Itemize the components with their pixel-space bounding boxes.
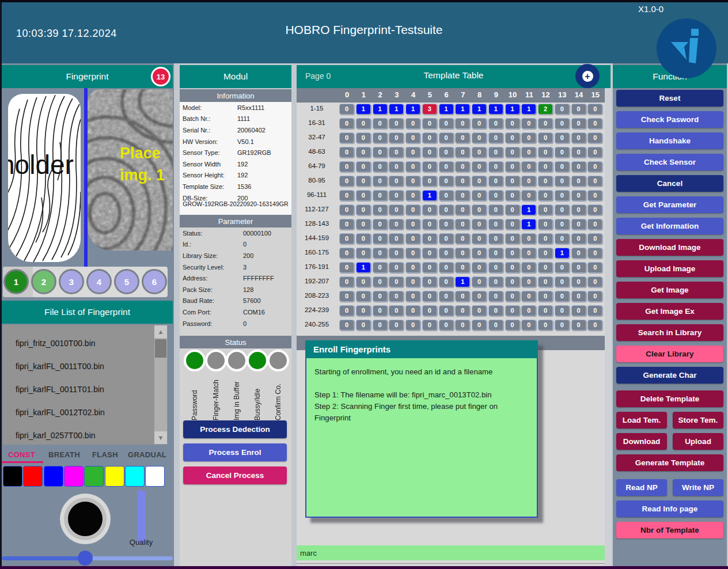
template-cell[interactable]: 0 — [555, 204, 570, 215]
template-cell[interactable]: 1 — [488, 104, 503, 115]
cancel-button[interactable]: Cancel — [616, 175, 723, 192]
template-cell[interactable]: 0 — [571, 233, 586, 244]
template-cell[interactable]: 1 — [505, 104, 520, 115]
template-cell[interactable]: 0 — [339, 132, 354, 143]
template-cell[interactable]: 0 — [405, 291, 420, 302]
file-list-scrollbar[interactable]: ▲ ▼ — [154, 325, 167, 444]
template-cell[interactable]: 0 — [405, 262, 420, 273]
template-cell[interactable]: 0 — [521, 320, 536, 331]
template-cell[interactable]: 0 — [571, 161, 586, 172]
template-cell[interactable]: 0 — [488, 176, 503, 187]
check-pasword-button[interactable]: Check Pasword — [616, 111, 723, 128]
template-cell[interactable]: 0 — [555, 320, 570, 331]
upload-button[interactable]: Upload — [673, 433, 723, 450]
template-cell[interactable]: 0 — [373, 320, 388, 331]
read-info-page-button[interactable]: Read Info page — [616, 500, 723, 517]
process-dedection-button[interactable]: Process Dedection — [183, 420, 287, 438]
read-np-button[interactable]: Read NP — [616, 479, 667, 496]
template-cell[interactable]: 0 — [356, 204, 371, 215]
template-cell[interactable]: 0 — [373, 190, 388, 201]
template-cell[interactable]: 0 — [472, 305, 487, 316]
template-cell[interactable]: 0 — [571, 219, 586, 230]
template-cell[interactable]: 0 — [505, 305, 520, 316]
template-cell[interactable]: 0 — [389, 320, 404, 331]
template-cell[interactable]: 0 — [389, 262, 404, 273]
template-cell[interactable]: 0 — [439, 132, 454, 143]
template-cell[interactable]: 0 — [439, 233, 454, 244]
upload-image-button[interactable]: Upload Image — [616, 260, 723, 277]
template-cell[interactable]: 0 — [587, 161, 602, 172]
template-cell[interactable]: 0 — [538, 147, 553, 158]
finger-button-3[interactable]: 3 — [59, 269, 84, 294]
get-information-button[interactable]: Get Information — [616, 218, 723, 234]
template-cell[interactable]: 0 — [505, 262, 520, 273]
file-list-item[interactable]: fipri_karl_0257T00.bin — [3, 424, 168, 447]
template-cell[interactable]: 0 — [472, 262, 487, 273]
template-cell[interactable]: 0 — [339, 305, 354, 316]
finger-button-6[interactable]: 6 — [142, 269, 167, 294]
file-list-item[interactable]: fipri_karlFL_0011T00.bin — [3, 355, 168, 378]
template-cell[interactable]: 0 — [587, 147, 602, 158]
template-cell[interactable]: 0 — [373, 276, 388, 287]
color-swatch-6[interactable] — [125, 466, 145, 487]
template-cell[interactable]: 0 — [587, 104, 602, 115]
template-cell[interactable]: 0 — [339, 276, 354, 287]
template-cell[interactable]: 0 — [373, 248, 388, 259]
template-cell[interactable]: 0 — [505, 248, 520, 259]
template-cell[interactable]: 0 — [389, 132, 404, 143]
slider-track-empty[interactable] — [85, 556, 173, 560]
template-cell[interactable]: 0 — [555, 176, 570, 187]
template-cell[interactable]: 0 — [389, 276, 404, 287]
template-cell[interactable]: 0 — [339, 190, 354, 201]
scrollbar-thumb[interactable] — [155, 339, 166, 358]
template-cell[interactable]: 1 — [521, 219, 536, 230]
template-cell[interactable]: 1 — [389, 104, 404, 115]
template-cell[interactable]: 0 — [339, 248, 354, 259]
process-enrol-button[interactable]: Process Enrol — [183, 443, 287, 461]
finger-button-1[interactable]: 1 — [3, 269, 29, 294]
template-cell[interactable]: 0 — [339, 204, 354, 215]
template-cell[interactable]: 0 — [538, 262, 553, 273]
template-cell[interactable]: 0 — [422, 118, 437, 129]
color-swatch-2[interactable] — [44, 466, 63, 487]
template-cell[interactable]: 0 — [422, 147, 437, 158]
search-in-library-button[interactable]: Search in Library — [616, 324, 723, 341]
template-cell[interactable]: 0 — [455, 176, 470, 187]
template-cell[interactable]: 0 — [389, 190, 404, 201]
template-cell[interactable]: 0 — [555, 118, 570, 129]
template-cell[interactable]: 0 — [373, 219, 388, 230]
template-cell[interactable]: 0 — [538, 176, 553, 187]
template-cell[interactable]: 0 — [373, 204, 388, 215]
template-cell[interactable]: 0 — [472, 147, 487, 158]
template-cell[interactable]: 0 — [488, 118, 503, 129]
scroll-down-icon[interactable]: ▼ — [154, 431, 167, 444]
template-cell[interactable]: 0 — [422, 132, 437, 143]
template-cell[interactable]: 0 — [587, 305, 602, 316]
template-cell[interactable]: 0 — [339, 219, 354, 230]
template-cell[interactable]: 0 — [488, 305, 503, 316]
template-cell[interactable]: 1 — [439, 104, 454, 115]
template-cell[interactable]: 1 — [422, 190, 437, 201]
template-cell[interactable]: 0 — [505, 291, 520, 302]
tab-flash[interactable]: FLASH — [92, 450, 118, 459]
template-cell[interactable]: 0 — [472, 248, 487, 259]
template-cell[interactable]: 0 — [389, 204, 404, 215]
template-cell[interactable]: 0 — [587, 204, 602, 215]
color-swatch-4[interactable] — [84, 466, 104, 487]
template-cell[interactable]: 0 — [505, 276, 520, 287]
enroll-name-input[interactable] — [297, 545, 605, 560]
template-cell[interactable]: 0 — [373, 161, 388, 172]
write-np-button[interactable]: Write NP — [673, 479, 723, 496]
handshake-button[interactable]: Handshake — [616, 132, 723, 149]
template-cell[interactable]: 0 — [455, 219, 470, 230]
template-cell[interactable]: 0 — [339, 233, 354, 244]
template-cell[interactable]: 0 — [472, 276, 487, 287]
template-cell[interactable]: 0 — [571, 104, 586, 115]
template-cell[interactable]: 0 — [538, 118, 553, 129]
template-cell[interactable]: 1 — [373, 104, 388, 115]
template-cell[interactable]: 0 — [422, 305, 437, 316]
download-button[interactable]: Download — [616, 433, 667, 450]
template-cell[interactable]: 0 — [373, 233, 388, 244]
template-cell[interactable]: 0 — [439, 118, 454, 129]
template-cell[interactable]: 0 — [538, 320, 553, 331]
